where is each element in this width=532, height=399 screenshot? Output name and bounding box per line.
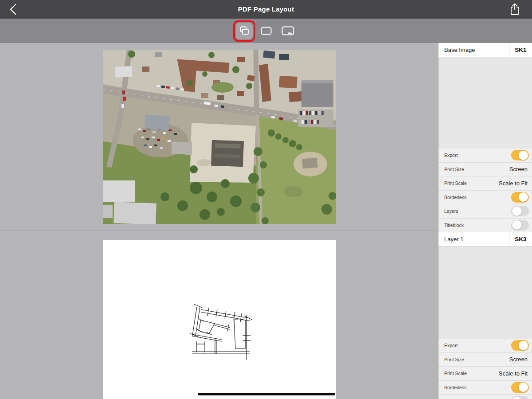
layers-settings-sidebar: Base Image SK1 Export Print Size Screen … bbox=[438, 43, 532, 399]
setting-label: Layers bbox=[444, 208, 511, 214]
top-nav-bar: PDF Page Layout bbox=[0, 0, 532, 19]
setting-row-borderless: Borderless bbox=[438, 381, 532, 395]
section-spacer bbox=[438, 57, 532, 149]
export-toggle[interactable] bbox=[511, 150, 529, 160]
setting-label: Print Scale bbox=[444, 180, 499, 186]
setting-label: Print Size bbox=[444, 167, 509, 172]
setting-label: Titleblock bbox=[444, 223, 511, 228]
section-header-base-image[interactable]: Base Image SK1 bbox=[438, 43, 532, 57]
page-separator bbox=[0, 231, 438, 231]
toggle-knob bbox=[519, 151, 528, 160]
setting-row-print-size[interactable]: Print Size Screen bbox=[438, 163, 532, 177]
toggle-knob bbox=[519, 383, 528, 392]
single-page-icon bbox=[260, 26, 272, 35]
layer-tag-badge[interactable]: SK1 bbox=[509, 43, 532, 57]
multi-page-icon bbox=[239, 26, 250, 36]
aerial-photo bbox=[103, 50, 336, 224]
share-icon bbox=[509, 3, 520, 16]
setting-row-borderless: Borderless bbox=[438, 191, 532, 205]
setting-value: Screen bbox=[509, 356, 529, 363]
setting-label: Print Size bbox=[444, 357, 509, 362]
titleblock-page-icon bbox=[281, 26, 295, 36]
setting-row-layers: Layers bbox=[438, 204, 532, 219]
setting-label: Borderless bbox=[444, 195, 511, 200]
setting-value: Screen bbox=[509, 166, 529, 172]
setting-row-print-scale[interactable]: Print Scale Scale to Fit bbox=[438, 176, 532, 191]
setting-label: Borderless bbox=[444, 385, 511, 390]
setting-row-titleblock: Titleblock bbox=[438, 219, 532, 233]
toggle-knob bbox=[512, 220, 521, 230]
borderless-toggle[interactable] bbox=[511, 192, 529, 203]
export-toggle[interactable] bbox=[511, 340, 529, 351]
layers-toggle[interactable] bbox=[511, 396, 529, 399]
borderless-toggle[interactable] bbox=[511, 382, 529, 393]
mode-titleblock-page-button[interactable] bbox=[279, 23, 296, 39]
toggle-knob bbox=[512, 397, 521, 399]
setting-row-export: Export bbox=[438, 149, 532, 163]
toggle-knob bbox=[512, 207, 521, 216]
section-header-layer-1[interactable]: Layer 1 SK3 bbox=[438, 232, 532, 246]
toggle-knob bbox=[519, 341, 528, 350]
layout-mode-toolbar bbox=[0, 19, 532, 43]
section-spacer bbox=[438, 246, 532, 339]
share-button[interactable] bbox=[509, 3, 520, 16]
setting-value: Scale to Fit bbox=[499, 370, 529, 377]
page-title: PDF Page Layout bbox=[0, 5, 532, 13]
mode-single-page-button[interactable] bbox=[258, 23, 274, 39]
setting-label: Export bbox=[444, 343, 511, 348]
page-base-image[interactable] bbox=[103, 50, 336, 224]
setting-label: Print Scale bbox=[444, 371, 499, 376]
line-sketch-drawing bbox=[103, 240, 336, 399]
setting-label: Export bbox=[444, 153, 511, 158]
titleblock-toggle[interactable] bbox=[511, 220, 529, 231]
setting-value: Scale to Fit bbox=[499, 180, 529, 187]
layers-toggle[interactable] bbox=[511, 206, 529, 216]
layer-name-label: Base Image bbox=[438, 43, 509, 57]
mode-multi-page-button[interactable] bbox=[236, 23, 253, 39]
toggle-knob bbox=[519, 192, 528, 202]
layer-tag-badge[interactable]: SK3 bbox=[509, 232, 532, 246]
document-canvas[interactable] bbox=[0, 43, 438, 399]
setting-row-print-size[interactable]: Print Size Screen bbox=[438, 353, 532, 367]
layer-name-label: Layer 1 bbox=[438, 232, 509, 246]
setting-row-layers-partial: Layers bbox=[438, 395, 532, 399]
setting-row-export: Export bbox=[438, 339, 532, 353]
annotated-mode bbox=[236, 23, 253, 39]
page-layer-1[interactable] bbox=[103, 240, 336, 399]
setting-row-print-scale[interactable]: Print Scale Scale to Fit bbox=[438, 367, 532, 381]
